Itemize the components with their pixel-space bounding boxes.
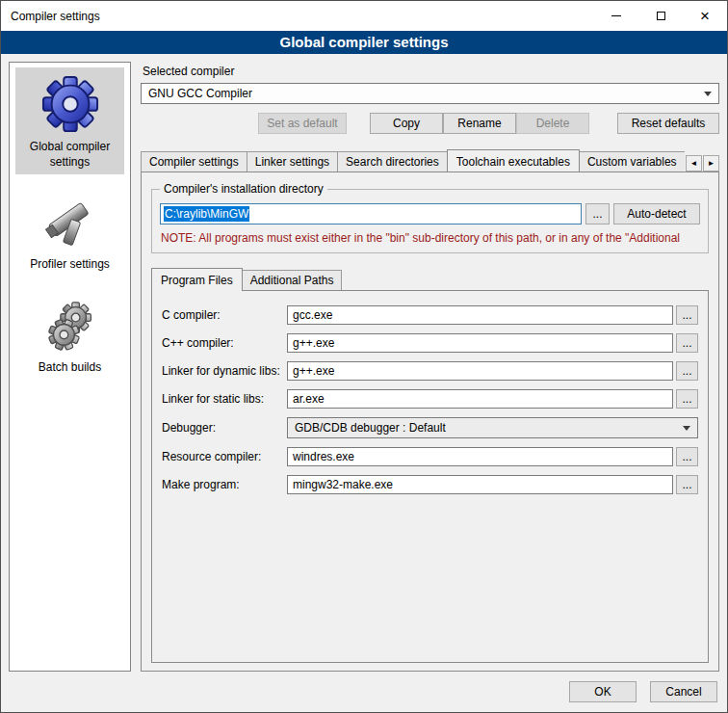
resource-compiler-input[interactable]: windres.exe [287,447,673,466]
group-title: Compiler's installation directory [160,182,327,196]
profiler-hammer-icon [41,194,99,251]
field-label: C compiler: [162,308,287,322]
field-label: C++ compiler: [162,336,287,350]
browse-static-linker-button[interactable]: ... [676,389,698,409]
field-label: Make program: [162,478,287,491]
tab-program-files[interactable]: Program Files [151,268,243,291]
field-value: gcc.exe [293,308,332,322]
auto-detect-button[interactable]: Auto-detect [613,203,700,224]
close-icon: × [700,8,710,24]
batch-builds-gears-icon [41,297,99,355]
window-title: Compiler settings [1,10,100,23]
compiler-select[interactable]: GNU GCC Compiler [141,83,719,104]
sidebar-item-label: Batch builds [39,360,101,376]
tab-scroll-right-button[interactable]: ► [703,155,719,172]
left-arrow-icon: ◄ [690,159,698,168]
minimize-button[interactable] [594,1,638,31]
c-compiler-input[interactable]: gcc.exe [287,305,673,325]
installation-directory-input[interactable]: C:\raylib\MinGW [160,203,582,224]
installation-directory-row: C:\raylib\MinGW ... Auto-detect [160,203,700,224]
window-controls: × [594,1,727,31]
sidebar-item-batch-builds[interactable]: Batch builds [15,290,124,381]
chevron-down-icon [704,92,712,96]
chevron-down-icon [683,426,690,431]
field-label: Linker for dynamic libs: [162,364,287,378]
copy-button[interactable]: Copy [370,113,443,134]
program-files-panel: C compiler: gcc.exe ... C++ compiler: g+… [151,290,709,663]
tab-compiler-settings[interactable]: Compiler settings [141,151,247,172]
field-row-static-linker: Linker for static libs: ar.exe ... [162,389,698,409]
field-label: Debugger: [162,421,287,435]
tab-scroll-left-button[interactable]: ◄ [686,155,702,172]
minimize-icon [611,15,621,16]
close-button[interactable]: × [683,1,727,31]
tab-toolchain-executables[interactable]: Toolchain executables [447,149,580,172]
static-linker-input[interactable]: ar.exe [287,389,673,409]
set-as-default-button[interactable]: Set as default [258,113,347,134]
browse-dynamic-linker-button[interactable]: ... [676,361,698,381]
tab-scroll-buttons: ◄ ► [685,155,719,172]
sidebar-item-label: Global compiler settings [17,140,122,170]
toolchain-executables-panel: Compiler's installation directory C:\ray… [141,172,719,672]
field-row-cpp-compiler: C++ compiler: g++.exe ... [162,333,698,353]
dynamic-linker-input[interactable]: g++.exe [287,361,673,381]
settings-tabstrip: Compiler settings Linker settings Search… [141,149,719,172]
delete-button[interactable]: Delete [516,113,589,134]
compiler-settings-window: Compiler settings × Global compiler sett… [0,0,728,713]
field-value: mingw32-make.exe [293,478,393,491]
gear-icon [40,74,100,134]
ok-button[interactable]: OK [569,681,637,702]
sidebar-item-label: Profiler settings [30,257,110,273]
debugger-select-value: GDB/CDB debugger : Default [295,421,446,435]
field-row-dynamic-linker: Linker for dynamic libs: g++.exe ... [162,361,698,381]
field-label: Resource compiler: [162,450,287,463]
tab-linker-settings[interactable]: Linker settings [247,151,338,172]
dialog-heading: Global compiler settings [1,31,727,54]
selected-text: C:\raylib\MinGW [164,206,249,222]
field-label: Linker for static libs: [162,392,287,406]
compiler-select-value: GNU GCC Compiler [148,87,252,100]
browse-cpp-compiler-button[interactable]: ... [676,333,698,353]
maximize-button[interactable] [638,1,683,31]
field-value: g++.exe [293,336,334,350]
browse-resource-compiler-button[interactable]: ... [676,447,698,466]
browse-c-compiler-button[interactable]: ... [676,305,698,325]
settings-category-list: Global compiler settings Profiler set [9,62,131,672]
field-value: g++.exe [293,364,334,378]
right-arrow-icon: ► [708,159,715,168]
field-value: windres.exe [293,450,354,463]
titlebar[interactable]: Compiler settings × [1,1,727,31]
reset-defaults-button[interactable]: Reset defaults [617,113,719,134]
maximize-icon [657,12,665,20]
tabs-scroller: Compiler settings Linker settings Search… [141,149,685,172]
field-value: ar.exe [293,392,325,406]
tab-additional-paths[interactable]: Additional Paths [242,270,343,290]
debugger-select[interactable]: GDB/CDB debugger : Default [287,417,698,438]
tab-custom-variables[interactable]: Custom variables [579,151,685,172]
selected-compiler-label: Selected compiler [143,65,719,78]
program-files-tabstrip: Program Files Additional Paths [151,268,709,290]
browse-directory-button[interactable]: ... [585,203,610,224]
field-row-make-program: Make program: mingw32-make.exe ... [162,475,698,494]
dialog-footer: OK Cancel [1,679,727,712]
field-row-c-compiler: C compiler: gcc.exe ... [162,305,698,325]
cancel-button[interactable]: Cancel [650,681,717,702]
cpp-compiler-input[interactable]: g++.exe [287,333,673,353]
browse-make-program-button[interactable]: ... [676,475,698,494]
field-row-resource-compiler: Resource compiler: windres.exe ... [162,447,698,466]
note-text: NOTE: All programs must exist either in … [161,231,699,245]
compiler-actions: Set as default Copy Rename Delete Reset … [141,113,719,134]
sidebar-item-global-compiler-settings[interactable]: Global compiler settings [15,67,124,174]
main-panel: Selected compiler GNU GCC Compiler Set a… [141,62,719,672]
tab-search-directories[interactable]: Search directories [337,151,448,172]
dialog-body: Global compiler settings Profiler set [1,54,727,679]
installation-directory-group: Compiler's installation directory C:\ray… [151,189,709,253]
rename-button[interactable]: Rename [443,113,516,134]
make-program-input[interactable]: mingw32-make.exe [287,475,673,494]
sidebar-item-profiler-settings[interactable]: Profiler settings [15,187,124,277]
field-row-debugger: Debugger: GDB/CDB debugger : Default [162,417,698,438]
